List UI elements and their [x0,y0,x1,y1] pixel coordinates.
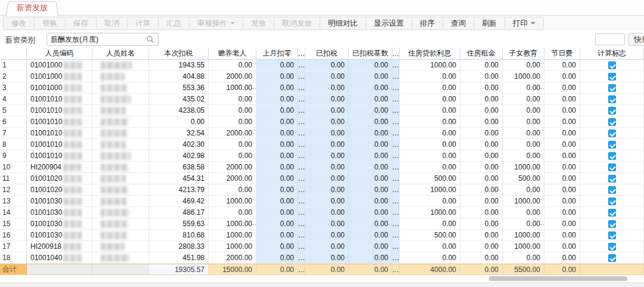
cell-tax[interactable]: 810.68 [149,230,209,240]
row-number[interactable]: 11 [0,173,27,184]
column-header-loan[interactable]: 住房贷款利息 [400,48,460,59]
column-header-code[interactable]: 人员编码 [27,48,92,59]
row-number[interactable]: 5 [0,105,27,116]
table-row[interactable]: 5010010104238.050.000.00…0.000.00…0.000.… [0,105,644,116]
table-row[interactable]: 1401001030486.170.000.00…0.000.00…1000.0… [0,207,644,218]
cell-edu[interactable]: 0.00 [503,150,544,161]
cell-truncated[interactable]: … [298,218,305,229]
cell-tx[interactable]: 0.00 [305,184,349,195]
cell-fest[interactable]: 0.00 [544,128,580,138]
cell-fest[interactable]: 0.00 [544,139,580,150]
cell-calc-flag[interactable] [580,105,644,116]
calc-flag-checkbox[interactable] [608,61,616,69]
cell-elder[interactable]: 2000.00 [209,252,256,263]
cell-loan[interactable]: 1000.00 [400,207,460,218]
cell-tx[interactable]: 0.00 [305,207,349,218]
cell-truncated[interactable]: … [298,196,305,206]
calc-flag-checkbox[interactable] [608,73,616,81]
cell-tax[interactable]: 402.98 [149,150,209,161]
table-row[interactable]: 70100101032.542000.000.00…0.000.00…0.000… [0,128,644,139]
cell-elder[interactable]: 0.00 [209,94,256,104]
cell-tb[interactable]: 0.00 [349,162,392,172]
row-number[interactable]: 16 [0,230,27,240]
cell-lm[interactable]: 0.00 [256,82,298,93]
cell-calc-flag[interactable] [580,128,644,138]
cell-tb[interactable]: 0.00 [349,241,392,252]
cell-person-name[interactable] [92,94,149,104]
calc-flag-checkbox[interactable] [608,232,616,239]
cell-tax[interactable]: 454.31 [149,173,209,184]
cell-lm[interactable]: 0.00 [256,207,298,218]
cell-truncated[interactable]: … [392,230,400,240]
cell-fest[interactable]: 0.00 [544,150,580,161]
cell-person-code[interactable]: HI200904 [27,162,92,172]
cell-rent[interactable]: 0.00 [460,128,503,138]
cell-rent[interactable]: 0.00 [460,139,503,150]
column-header-calcflag[interactable]: 计算标志 [580,48,644,59]
toolbar-button-10[interactable]: 显示设置 [366,17,412,30]
cell-calc-flag[interactable] [580,184,644,195]
cell-lm[interactable]: 0.00 [256,196,298,206]
cell-truncated[interactable]: … [392,241,400,252]
cell-elder[interactable]: 0.00 [209,116,256,127]
cell-tax[interactable]: 4238.05 [149,105,209,116]
calc-flag-checkbox[interactable] [608,186,616,194]
cell-person-code[interactable]: HI200918 [27,241,92,252]
cell-calc-flag[interactable] [580,196,644,206]
cell-person-name[interactable] [92,116,149,127]
cell-tb[interactable]: 0.00 [349,207,392,218]
column-header-dots2[interactable]: … [392,48,400,59]
column-header-dots1[interactable]: … [298,48,305,59]
cell-truncated[interactable]: … [392,139,400,150]
calc-flag-checkbox[interactable] [608,152,616,160]
toolbar-button-8[interactable]: 取消发放 [274,17,320,30]
row-number[interactable]: 14 [0,207,27,218]
cell-fest[interactable]: 0.00 [544,241,580,252]
row-number[interactable]: 1 [0,60,27,70]
cell-fest[interactable]: 0.00 [544,105,580,116]
cell-truncated[interactable]: … [298,71,305,82]
cell-lm[interactable]: 0.00 [256,173,298,184]
cell-fest[interactable]: 0.00 [544,252,580,263]
cell-lm[interactable]: 0.00 [256,184,298,195]
cell-rent[interactable]: 0.00 [460,241,503,252]
cell-person-code[interactable]: 01001030 [27,207,92,218]
cell-truncated[interactable]: … [298,230,305,240]
cell-person-code[interactable]: 01001010 [27,94,92,104]
row-number[interactable]: 18 [0,252,27,263]
toolbar-button-11[interactable]: 排序 [411,17,443,30]
cell-tax[interactable]: 1943.55 [149,60,209,70]
cell-person-code[interactable]: 01001020 [27,184,92,195]
cell-lm[interactable]: 0.00 [256,162,298,172]
cell-tb[interactable]: 0.00 [349,252,392,263]
cell-truncated[interactable]: … [298,116,305,127]
cell-edu[interactable]: 0.00 [503,184,544,195]
cell-rent[interactable]: 0.00 [460,196,503,206]
cell-person-code[interactable]: 01001000 [27,82,92,93]
cell-tax[interactable]: 559.63 [149,218,209,229]
cell-calc-flag[interactable] [580,230,644,240]
cell-elder[interactable]: 1000.00 [209,241,256,252]
cell-calc-flag[interactable] [580,116,644,127]
cell-loan[interactable]: 500.00 [400,230,460,240]
cell-truncated[interactable]: … [392,184,400,195]
cell-fest[interactable]: 0.00 [544,60,580,70]
calc-flag-checkbox[interactable] [608,209,616,217]
cell-edu[interactable]: 1000.00 [503,241,544,252]
cell-lm[interactable]: 0.00 [256,128,298,138]
column-header-name[interactable]: 人员姓名 [92,48,149,59]
cell-rent[interactable]: 0.00 [460,116,503,127]
cell-fest[interactable]: 0.00 [544,71,580,82]
row-number[interactable]: 9 [0,150,27,161]
cell-person-name[interactable] [92,241,149,252]
row-number[interactable]: 6 [0,116,27,127]
cell-calc-flag[interactable] [580,139,644,150]
cell-edu[interactable]: 0.00 [503,116,544,127]
cell-lm[interactable]: 0.00 [256,139,298,150]
table-row[interactable]: 901001010402.980.000.00…0.000.00…0.000.0… [0,150,644,162]
cell-edu[interactable]: 1000.00 [503,196,544,206]
cell-lm[interactable]: 0.00 [256,94,298,104]
table-row[interactable]: 1601001030810.681000.000.00…0.000.00…500… [0,230,644,241]
cell-truncated[interactable]: … [298,252,305,263]
cell-person-name[interactable] [92,128,149,138]
